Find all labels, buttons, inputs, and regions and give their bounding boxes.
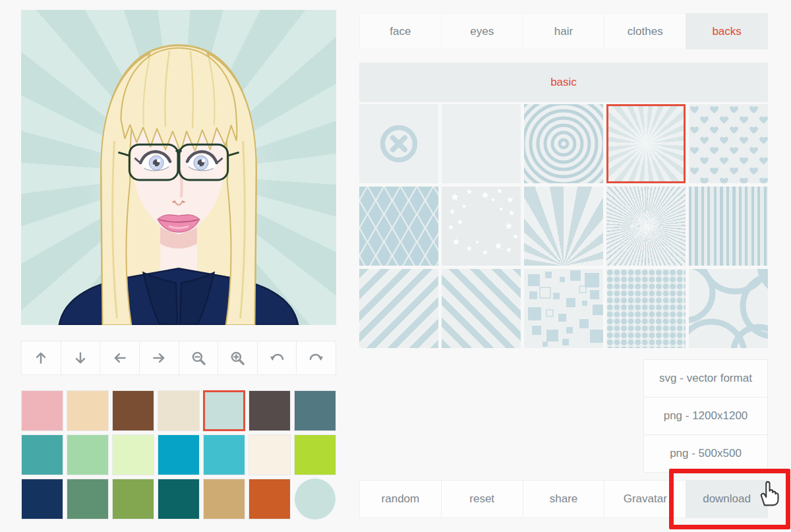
subcategory-basic-label: basic [550,76,577,89]
download-option-svg-0[interactable]: svg - vector format [643,359,768,398]
avatar-illustration [21,10,336,325]
avatar-jacket [59,268,298,325]
diamonds-pattern-graphic [359,187,438,266]
action-bar: randomresetshareGravatardownload [359,480,768,518]
pattern-tile-stripes-diagonal-up[interactable] [359,269,438,348]
color-swatch-17[interactable] [158,479,200,519]
move-up-button[interactable] [21,341,61,375]
pattern-tile-plain[interactable] [442,104,521,183]
color-swatch-19[interactable] [249,479,291,519]
tab-hair[interactable]: hair [523,13,605,49]
color-swatch-3[interactable] [158,390,200,431]
color-swatch-7[interactable] [21,434,63,475]
tab-backs[interactable]: backs [686,13,768,49]
random-button[interactable]: random [359,480,442,518]
color-swatch-14[interactable] [21,479,63,519]
undo-button[interactable] [257,341,297,375]
color-swatch-13[interactable] [294,434,336,475]
pattern-tile-stars[interactable] [442,187,521,266]
pattern-tile-sunburst[interactable] [606,104,686,183]
color-swatch-0[interactable] [21,390,63,431]
move-right-button[interactable] [139,341,179,375]
color-swatch-2[interactable] [112,390,154,431]
avatar-maker-page: faceeyeshairclothesbacks basic svg - vec… [0,0,791,532]
pattern-tile-curves[interactable] [689,269,768,348]
download-format-list: svg - vector formatpng - 1200x1200png - … [643,359,768,473]
color-swatch-4[interactable] [203,390,245,431]
pattern-tile-burst-thin[interactable] [606,187,686,266]
pattern-tile-none[interactable] [359,104,438,183]
arrow-down-icon [72,349,89,367]
color-swatch-1[interactable] [67,390,109,431]
color-swatch-10[interactable] [158,434,200,475]
pattern-tile-diamonds[interactable] [359,187,438,266]
redo-button[interactable] [296,341,336,375]
move-left-button[interactable] [100,341,140,375]
color-swatch-15[interactable] [67,479,109,519]
avatar-preview [21,10,336,325]
color-swatch-18[interactable] [203,479,245,519]
download-option-png-2[interactable]: png - 500x500 [643,434,768,473]
transform-toolbar [21,341,336,375]
color-swatch-5[interactable] [249,390,291,431]
color-swatch-11[interactable] [203,434,245,475]
pattern-tile-rays-bottom[interactable] [524,187,603,266]
hearts-pattern-graphic [689,104,768,183]
pattern-tile-squares[interactable] [524,269,603,348]
zoom-in-button[interactable] [218,341,258,375]
download-button[interactable]: download [686,480,768,518]
circles-pattern-graphic [524,104,603,183]
arrow-up-icon [32,349,49,367]
pattern-tile-dots[interactable] [606,269,686,348]
zoom-out-button[interactable] [179,341,219,375]
pattern-tile-stripes-diagonal-down[interactable] [442,269,521,348]
pattern-tile-stripes-vertical[interactable] [689,187,768,266]
tab-eyes[interactable]: eyes [441,13,523,49]
undo-arrow-icon [268,349,285,367]
pattern-tile-hearts[interactable] [689,104,768,183]
tab-face[interactable]: face [359,13,442,49]
pattern-grid [359,104,768,348]
color-palette [21,390,336,519]
pattern-tile-circles[interactable] [524,104,603,183]
none-pattern-graphic [359,104,438,183]
reset-button[interactable]: reset [441,480,523,518]
redo-arrow-icon [308,349,325,367]
curves-pattern-graphic [689,269,768,348]
arrow-right-icon [150,349,167,367]
squares-pattern-graphic [524,269,603,348]
subcategory-basic[interactable]: basic [359,63,768,102]
stars-pattern-graphic [442,187,521,266]
color-swatch-12[interactable] [249,434,291,475]
arrow-left-icon [111,349,129,367]
download-option-png-1[interactable]: png - 1200x1200 [643,397,768,435]
category-tabs: faceeyeshairclothesbacks [359,13,768,49]
color-swatch-6[interactable] [294,390,336,431]
tab-clothes[interactable]: clothes [604,13,686,49]
move-down-button[interactable] [61,341,101,375]
color-swatch-16[interactable] [112,479,154,519]
color-swatch-circle[interactable] [295,479,336,519]
share-button[interactable]: share [523,480,605,518]
color-swatch-9[interactable] [112,434,154,475]
gravatar-button[interactable]: Gravatar [604,480,686,518]
magnifier-minus-icon [190,349,207,367]
magnifier-plus-icon [229,349,246,367]
color-swatch-8[interactable] [67,434,109,475]
